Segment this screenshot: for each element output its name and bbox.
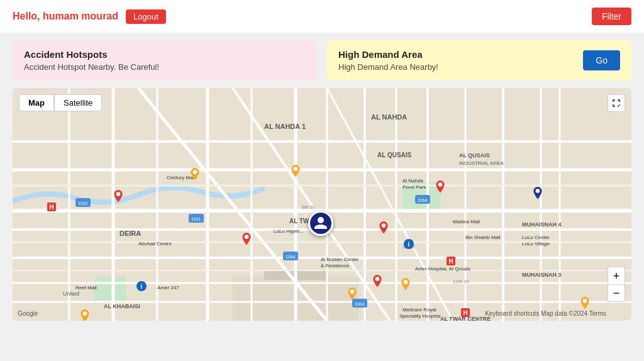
svg-text:United: United (63, 291, 79, 297)
svg-text:& Residence: & Residence (321, 263, 350, 269)
high-demand-card: High Demand Area High Demand Area Nearby… (327, 40, 631, 81)
svg-text:Speciality Hospital: Speciality Hospital (399, 313, 441, 319)
zoom-in-button[interactable]: + (608, 267, 625, 284)
svg-point-106 (404, 280, 408, 284)
red-pin-2[interactable] (240, 233, 253, 250)
svg-text:Madina Mall: Madina Mall (453, 219, 480, 225)
header-left: Hello, humam mourad Logout (13, 9, 166, 24)
zoom-out-button[interactable]: − (608, 284, 625, 302)
yellow-pin-5[interactable] (399, 278, 412, 296)
svg-text:H: H (49, 204, 53, 211)
svg-text:Reef Mall: Reef Mall (75, 285, 97, 291)
svg-text:i: i (408, 241, 410, 248)
filter-button[interactable]: Filter (592, 8, 631, 25)
svg-text:D92: D92 (79, 201, 88, 206)
svg-text:MUHAISNAH 4: MUHAISNAH 4 (522, 221, 562, 228)
svg-text:AL KHABAISI: AL KHABAISI (104, 303, 140, 309)
map-zoom-controls: + − (608, 267, 625, 302)
red-pin-3[interactable] (377, 221, 390, 239)
map-svg: 8th St 9A St 11th St D92 D91 D94 D64 D64… (13, 88, 631, 321)
red-pin-1[interactable] (112, 190, 125, 208)
svg-text:H: H (448, 258, 453, 265)
logout-button[interactable]: Logout (126, 9, 166, 24)
map-container: 8th St 9A St 11th St D92 D91 D94 D64 D64… (13, 88, 631, 321)
high-demand-card-text: High Demand Area High Demand Area Nearby… (338, 49, 438, 72)
accident-card-subtitle: Accident Hotspot Nearby. Be Careful! (24, 62, 306, 72)
svg-text:Abuhail Centre: Abuhail Centre (138, 241, 172, 247)
map-tab-satellite[interactable]: Satellite (54, 94, 102, 111)
map-footer-info: Keyboard shortcuts Map data ©2024 Terms (485, 310, 606, 317)
map-footer-google: Google (18, 310, 38, 317)
accident-card-title: Accident Hotspots (24, 49, 306, 60)
svg-point-99 (375, 277, 380, 281)
cards-row: Accident Hotspots Accident Hotspot Nearb… (0, 33, 644, 88)
svg-point-96 (245, 235, 249, 239)
svg-text:8th St: 8th St (302, 204, 316, 210)
svg-text:INDUSTRIAL AREA: INDUSTRIAL AREA (459, 160, 504, 166)
svg-text:D91: D91 (192, 216, 201, 222)
go-button[interactable]: Go (583, 50, 620, 70)
svg-text:AL QUSAIS: AL QUSAIS (459, 152, 490, 158)
svg-point-102 (193, 170, 197, 174)
yellow-pin-6[interactable] (79, 309, 91, 321)
svg-point-97 (382, 223, 386, 228)
expand-icon (612, 99, 621, 108)
svg-text:Medcare Royal: Medcare Royal (402, 307, 436, 313)
yellow-pin-2[interactable] (289, 165, 302, 182)
yellow-pin-4[interactable] (346, 287, 358, 305)
greeting-text: Hello, humam mourad (13, 11, 118, 22)
svg-text:Pond Park: Pond Park (402, 184, 426, 190)
accident-hotspots-card: Accident Hotspots Accident Hotspot Nearb… (13, 40, 317, 81)
demand-card-subtitle: High Demand Area Nearby! (338, 62, 438, 72)
svg-text:11th St: 11th St (453, 279, 469, 284)
map-view-controls: Map Satellite (19, 94, 102, 111)
svg-point-103 (294, 167, 298, 171)
svg-point-98 (438, 182, 443, 187)
header: Hello, humam mourad Logout Filter (0, 0, 644, 33)
svg-text:Al Bustan Center: Al Bustan Center (321, 257, 359, 262)
blue-pin-1[interactable] (531, 187, 544, 204)
demand-card-title: High Demand Area (338, 49, 438, 60)
user-location-pin (308, 211, 333, 236)
svg-text:D94: D94 (286, 254, 296, 260)
svg-text:DEIRA: DEIRA (119, 230, 141, 237)
svg-text:AL NAHDA: AL NAHDA (371, 113, 407, 121)
svg-text:i: i (141, 283, 143, 290)
map-expand-button[interactable] (608, 94, 625, 112)
svg-text:Al Nahda: Al Nahda (402, 178, 423, 184)
svg-point-95 (116, 192, 121, 196)
svg-text:D64: D64 (418, 197, 428, 203)
svg-point-105 (350, 289, 355, 294)
svg-text:LuLu Center: LuLu Center (522, 235, 550, 240)
map-background[interactable]: 8th St 9A St 11th St D92 D91 D94 D64 D64… (13, 88, 631, 321)
red-pin-5[interactable] (371, 275, 384, 292)
svg-point-107 (83, 311, 87, 316)
svg-point-109 (583, 299, 587, 303)
red-pin-4[interactable] (434, 181, 447, 198)
svg-text:Aster Hospital, Al Qusais: Aster Hospital, Al Qusais (415, 266, 470, 272)
svg-point-110 (536, 189, 540, 193)
svg-text:Bin Shabib Mall: Bin Shabib Mall (465, 235, 501, 240)
yellow-pin-1[interactable] (189, 168, 201, 186)
svg-text:H: H (463, 309, 467, 316)
map-tab-map[interactable]: Map (19, 94, 54, 111)
svg-rect-2 (94, 277, 126, 302)
svg-text:LuLu Village: LuLu Village (522, 241, 550, 247)
svg-text:Amer 247: Amer 247 (157, 285, 179, 291)
svg-text:LuLu Hyper...: LuLu Hyper... (274, 228, 304, 234)
svg-text:AL NAHDA 1: AL NAHDA 1 (264, 123, 306, 130)
svg-text:AL QUSAIS: AL QUSAIS (377, 152, 412, 158)
svg-text:MUHAISNAH 3: MUHAISNAH 3 (522, 272, 562, 278)
